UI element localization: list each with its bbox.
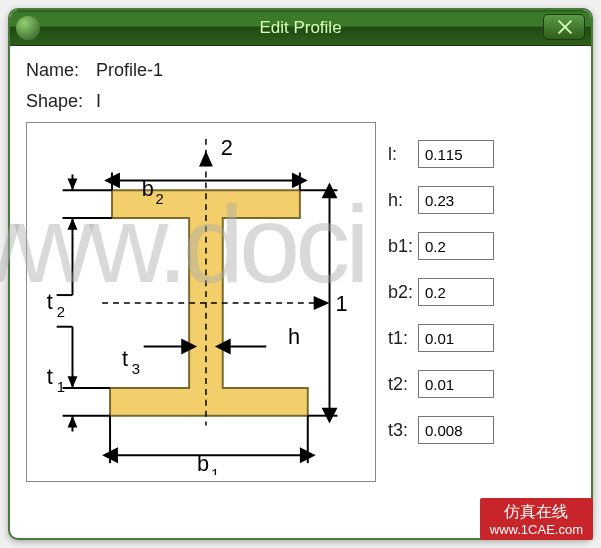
close-button[interactable] — [543, 14, 585, 40]
svg-text:1: 1 — [211, 466, 219, 475]
name-row: Name: Profile-1 — [26, 60, 575, 81]
axis2-label: 2 — [221, 135, 233, 160]
field-h: h: — [388, 186, 575, 214]
input-b2[interactable] — [418, 278, 494, 306]
label-b2: b2: — [388, 282, 418, 303]
shape-label: Shape: — [26, 91, 96, 112]
window-title: Edit Profile — [259, 18, 341, 37]
field-b2: b2: — [388, 278, 575, 306]
parameter-fields: l: h: b1: b2: t1: — [388, 122, 575, 482]
field-t3: t3: — [388, 416, 575, 444]
titlebar: Edit Profile — [10, 10, 591, 46]
b1-label: b — [197, 451, 209, 475]
field-l: l: — [388, 140, 575, 168]
t3-label: t — [122, 346, 128, 371]
name-value: Profile-1 — [96, 60, 163, 81]
label-t2: t2: — [388, 374, 418, 395]
field-b1: b1: — [388, 232, 575, 260]
content-area: Name: Profile-1 Shape: I — [10, 46, 591, 496]
label-t1: t1: — [388, 328, 418, 349]
input-l[interactable] — [418, 140, 494, 168]
label-b1: b1: — [388, 236, 418, 257]
dialog-window: Edit Profile Name: Profile-1 Shape: I — [8, 8, 593, 540]
svg-text:2: 2 — [57, 304, 65, 320]
svg-text:1: 1 — [57, 379, 65, 395]
label-h: h: — [388, 190, 418, 211]
input-b1[interactable] — [418, 232, 494, 260]
profile-diagram: 2 1 b 2 b 1 — [26, 122, 376, 482]
label-t3: t3: — [388, 420, 418, 441]
badge-line2: www.1CAE.com — [490, 522, 583, 538]
label-l: l: — [388, 144, 418, 165]
h-label: h — [288, 325, 300, 350]
svg-text:2: 2 — [156, 191, 164, 207]
svg-text:3: 3 — [132, 361, 140, 377]
input-t2[interactable] — [418, 370, 494, 398]
name-label: Name: — [26, 60, 96, 81]
t1-label: t — [47, 364, 53, 389]
badge-line1: 仿真在线 — [490, 502, 583, 522]
field-t1: t1: — [388, 324, 575, 352]
field-t2: t2: — [388, 370, 575, 398]
input-h[interactable] — [418, 186, 494, 214]
shape-row: Shape: I — [26, 91, 575, 112]
t2-label: t — [47, 289, 53, 314]
input-t3[interactable] — [418, 416, 494, 444]
source-badge: 仿真在线 www.1CAE.com — [480, 498, 593, 540]
input-t1[interactable] — [418, 324, 494, 352]
axis1-label: 1 — [335, 291, 347, 316]
profile-svg: 2 1 b 2 b 1 — [31, 129, 371, 475]
app-icon — [16, 16, 40, 40]
shape-value: I — [96, 91, 101, 112]
b2-label: b — [142, 176, 154, 201]
